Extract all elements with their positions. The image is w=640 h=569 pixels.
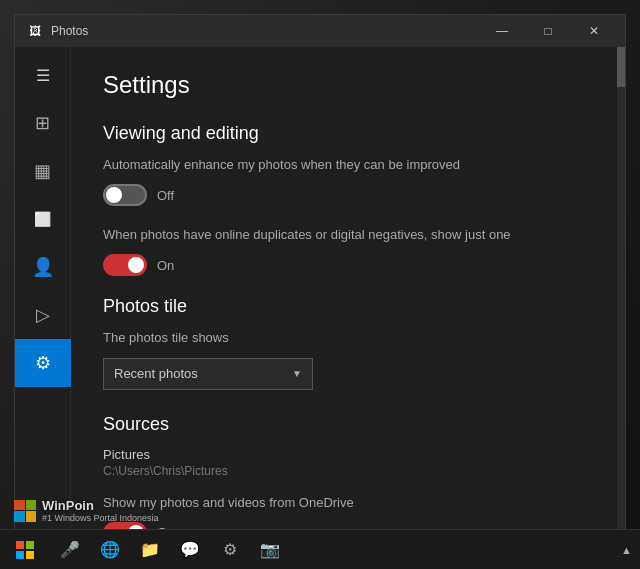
photos-tile-shows-label: The photos tile shows	[103, 329, 585, 347]
maximize-button[interactable]: □	[525, 15, 571, 47]
sidebar-item-folders[interactable]: ⬜	[15, 195, 71, 243]
sidebar: ☰ ⊞ ▦ ⬜ 👤 ▷ ⚙	[15, 47, 71, 543]
logo-tile-2	[26, 500, 37, 511]
sidebar-item-video[interactable]: ▷	[15, 291, 71, 339]
store-icon: 💬	[180, 540, 200, 559]
scroll-thumb[interactable]	[617, 47, 625, 87]
app-body: ☰ ⊞ ▦ ⬜ 👤 ▷ ⚙ Settings V	[15, 47, 625, 543]
photos-taskbar-icon: 📷	[260, 540, 280, 559]
sources-section: Sources Pictures C:\Users\Chris\Pictures…	[103, 414, 585, 543]
collection-icon: ⊞	[35, 112, 50, 134]
scrollbar[interactable]	[617, 47, 625, 543]
photos-window: 🖼 Photos — □ ✕ ☰ ⊞ ▦ ⬜ 👤	[14, 14, 626, 544]
duplicates-toggle[interactable]	[103, 254, 147, 276]
window-title: Photos	[51, 24, 88, 38]
pictures-source-name: Pictures	[103, 447, 585, 462]
minimize-button[interactable]: —	[479, 15, 525, 47]
photos-tile-heading: Photos tile	[103, 296, 585, 317]
explorer-button[interactable]: 📁	[130, 530, 170, 570]
logo-red	[16, 541, 24, 549]
title-bar: 🖼 Photos — □ ✕	[15, 15, 625, 47]
logo-tile-4	[26, 511, 37, 522]
photos-taskbar-button[interactable]: 📷	[250, 530, 290, 570]
winpoin-tagline: #1 Windows Portal Indonesia	[42, 513, 159, 523]
winpoin-brand: WinPoin	[42, 498, 159, 513]
duplicates-toggle-knob	[128, 257, 144, 273]
albums-icon: ▦	[34, 160, 51, 182]
microphone-icon: 🎤	[60, 540, 80, 559]
pictures-source-path: C:\Users\Chris\Pictures	[103, 464, 585, 478]
sidebar-item-people[interactable]: 👤	[15, 243, 71, 291]
auto-enhance-description: Automatically enhance my photos when the…	[103, 156, 585, 174]
system-tray: ▲	[621, 544, 640, 556]
photos-tile-dropdown-container: Recent photos ▼	[103, 358, 585, 390]
dropdown-value: Recent photos	[114, 366, 198, 381]
gear-icon: ⚙	[223, 540, 237, 559]
browser-icon: 🌐	[100, 540, 120, 559]
duplicates-toggle-row: On	[103, 254, 585, 276]
windows-logo	[16, 541, 34, 559]
window-controls: — □ ✕	[479, 15, 617, 47]
onedrive-label: Show my photos and videos from OneDrive	[103, 494, 585, 512]
people-icon: 👤	[32, 256, 54, 278]
auto-enhance-toggle-row: Off	[103, 184, 585, 206]
auto-enhance-toggle[interactable]	[103, 184, 147, 206]
title-bar-left: 🖼 Photos	[27, 23, 88, 39]
sidebar-item-albums[interactable]: ▦	[15, 147, 71, 195]
photos-tile-dropdown[interactable]: Recent photos ▼	[103, 358, 313, 390]
video-icon: ▷	[36, 304, 50, 326]
start-button[interactable]	[0, 530, 50, 570]
viewing-section-heading: Viewing and editing	[103, 123, 585, 144]
winpoin-watermark: WinPoin #1 Windows Portal Indonesia	[14, 498, 159, 523]
cortana-button[interactable]: 🎤	[50, 530, 90, 570]
close-button[interactable]: ✕	[571, 15, 617, 47]
ie-button[interactable]: 🌐	[90, 530, 130, 570]
logo-green	[26, 541, 34, 549]
settings-icon: ⚙	[35, 352, 51, 374]
logo-tile-1	[14, 500, 25, 511]
app-icon: 🖼	[27, 23, 43, 39]
folder-icon: 📁	[140, 540, 160, 559]
sidebar-item-settings[interactable]: ⚙	[15, 339, 71, 387]
tray-clock: ▲	[621, 544, 632, 556]
auto-enhance-toggle-knob	[106, 187, 122, 203]
pictures-source-item: Pictures C:\Users\Chris\Pictures	[103, 447, 585, 478]
sources-heading: Sources	[103, 414, 585, 435]
auto-enhance-toggle-label: Off	[157, 188, 174, 203]
sidebar-item-menu[interactable]: ☰	[15, 51, 71, 99]
taskbar: 🎤 🌐 📁 💬 ⚙ 📷 ▲	[0, 529, 640, 569]
sidebar-item-collection[interactable]: ⊞	[15, 99, 71, 147]
store-button[interactable]: 💬	[170, 530, 210, 570]
hamburger-icon: ☰	[36, 66, 50, 85]
duplicates-toggle-label: On	[157, 258, 174, 273]
logo-tile-3	[14, 511, 25, 522]
winpoin-logo	[14, 500, 36, 522]
duplicates-description: When photos have online duplicates or di…	[103, 226, 585, 244]
winpoin-text-stack: WinPoin #1 Windows Portal Indonesia	[42, 498, 159, 523]
settings-taskbar-button[interactable]: ⚙	[210, 530, 250, 570]
folders-icon: ⬜	[34, 211, 51, 227]
page-title: Settings	[103, 71, 585, 99]
settings-panel: Settings Viewing and editing Automatical…	[71, 47, 617, 543]
logo-yellow	[26, 551, 34, 559]
chevron-down-icon: ▼	[292, 368, 302, 379]
logo-blue	[16, 551, 24, 559]
